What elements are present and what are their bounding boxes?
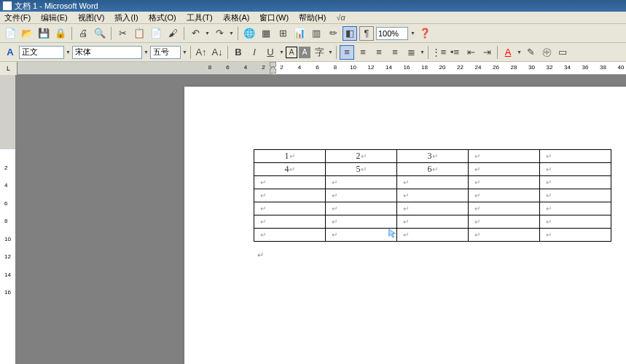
- font-dropdown[interactable]: ▼: [144, 45, 149, 60]
- table-cell[interactable]: ↵: [254, 176, 326, 189]
- table-cell[interactable]: ↵: [469, 189, 540, 202]
- table-cell[interactable]: 1↵: [254, 150, 326, 163]
- columns-button[interactable]: ▥: [309, 26, 324, 41]
- table-cell[interactable]: ↵: [326, 202, 397, 215]
- table-cell[interactable]: 4↵: [254, 163, 326, 176]
- table-cell[interactable]: 2↵: [326, 150, 397, 163]
- table-cell[interactable]: 6↵: [397, 163, 469, 176]
- paste-button[interactable]: 📄: [149, 26, 163, 41]
- print-button[interactable]: 🖨: [76, 26, 90, 41]
- table-cell[interactable]: ↵: [540, 176, 611, 189]
- table-cell[interactable]: ↵: [540, 215, 611, 229]
- indent-marker[interactable]: [270, 62, 276, 74]
- save-button[interactable]: 💾: [36, 26, 51, 41]
- char-border-button[interactable]: A: [286, 47, 297, 58]
- horizontal-ruler[interactable]: 8642246810121416182022242628303234363840: [17, 62, 626, 74]
- table-row[interactable]: ↵↵↵↵↵: [254, 202, 611, 215]
- document-page[interactable]: 1↵2↵3↵↵↵4↵5↵6↵↵↵↵↵↵↵↵↵↵↵↵↵↵↵↵↵↵↵↵↵↵↵↵↵↵↵…: [184, 87, 626, 364]
- table-row[interactable]: 4↵5↵6↵↵↵: [254, 163, 611, 176]
- document-map-button[interactable]: ◧: [343, 26, 357, 41]
- open-button[interactable]: 📂: [20, 26, 34, 41]
- justify-button[interactable]: ≡: [388, 45, 402, 60]
- phonetic-dropdown[interactable]: ▼: [328, 45, 333, 60]
- table-cell[interactable]: ↵: [397, 189, 469, 202]
- table-cell[interactable]: ↵: [254, 189, 326, 202]
- drawing-button[interactable]: ✏: [326, 26, 340, 41]
- increase-indent-button[interactable]: ⇥: [480, 45, 494, 60]
- cut-button[interactable]: ✂: [115, 26, 130, 41]
- align-right-button[interactable]: ≡: [372, 45, 386, 60]
- bullets-button[interactable]: •≡: [447, 45, 462, 60]
- document-table[interactable]: 1↵2↵3↵↵↵4↵5↵6↵↵↵↵↵↵↵↵↵↵↵↵↵↵↵↵↵↵↵↵↵↵↵↵↵↵↵…: [254, 149, 611, 242]
- size-dropdown[interactable]: ▼: [182, 45, 187, 60]
- tables-borders-button[interactable]: ▦: [259, 26, 273, 41]
- grow-font-button[interactable]: A↑: [194, 45, 208, 60]
- permission-button[interactable]: 🔒: [53, 26, 68, 41]
- table-cell[interactable]: ↵: [326, 189, 397, 202]
- menu-view[interactable]: 视图(V): [78, 12, 105, 23]
- size-combo[interactable]: 五号: [150, 46, 181, 59]
- styles-pane-button[interactable]: A: [3, 45, 17, 60]
- zoom-combo[interactable]: 100%: [376, 27, 408, 40]
- align-center-button[interactable]: ≡: [356, 45, 370, 60]
- underline-dropdown[interactable]: ▼: [279, 45, 284, 60]
- table-cell[interactable]: ↵: [469, 176, 540, 189]
- table-cell[interactable]: ↵: [469, 215, 540, 229]
- table-cell[interactable]: ↵: [254, 202, 326, 215]
- zoom-dropdown[interactable]: ▼: [410, 26, 415, 41]
- table-cell[interactable]: ↵: [469, 150, 540, 163]
- menu-window[interactable]: 窗口(W): [259, 12, 289, 23]
- undo-dropdown[interactable]: ▼: [205, 26, 210, 41]
- copy-button[interactable]: 📋: [132, 26, 146, 41]
- table-cell[interactable]: ↵: [397, 202, 469, 215]
- bold-button[interactable]: B: [231, 45, 246, 60]
- numbering-button[interactable]: ⋮≡: [431, 45, 446, 60]
- table-cell[interactable]: ↵: [469, 163, 540, 176]
- insert-table-button[interactable]: ⊞: [275, 26, 290, 41]
- menu-edit[interactable]: 编辑(E): [41, 12, 68, 23]
- table-cell[interactable]: ↵: [326, 215, 397, 229]
- redo-button[interactable]: ↷: [212, 26, 227, 41]
- menu-format[interactable]: 格式(O): [149, 12, 176, 23]
- italic-button[interactable]: I: [247, 45, 262, 60]
- underline-button[interactable]: U: [263, 45, 278, 60]
- print-preview-button[interactable]: 🔍: [93, 26, 107, 41]
- table-cell[interactable]: ↵: [540, 150, 611, 163]
- table-cell[interactable]: ↵: [540, 202, 611, 215]
- table-row[interactable]: ↵↵↵↵↵: [254, 229, 611, 242]
- shrink-font-button[interactable]: A↓: [210, 45, 224, 60]
- phonetic-button[interactable]: 字: [312, 45, 326, 60]
- table-cell[interactable]: ↵: [397, 215, 469, 229]
- asian-layout-button[interactable]: ㊥: [539, 45, 554, 60]
- distribute-button[interactable]: ≣: [404, 45, 418, 60]
- menu-tools[interactable]: 工具(T): [187, 12, 213, 23]
- tab-selector[interactable]: L: [0, 62, 17, 75]
- table-row[interactable]: ↵↵↵↵↵: [254, 176, 611, 189]
- table-cell[interactable]: ↵: [540, 163, 611, 176]
- char-shading-button[interactable]: A: [299, 47, 310, 58]
- style-combo[interactable]: 正文: [19, 46, 64, 59]
- table-cell[interactable]: ↵: [540, 189, 611, 202]
- help-button[interactable]: ❓: [418, 26, 432, 41]
- table-cell[interactable]: ↵: [397, 176, 469, 189]
- table-cell[interactable]: ↵: [326, 176, 397, 189]
- table-cell[interactable]: ↵: [469, 229, 540, 242]
- insert-excel-button[interactable]: 📊: [292, 26, 307, 41]
- highlight-button[interactable]: ✎: [523, 45, 538, 60]
- table-cell[interactable]: ↵: [397, 229, 469, 242]
- table-row[interactable]: ↵↵↵↵↵: [254, 215, 611, 229]
- table-cell[interactable]: ↵: [540, 229, 611, 242]
- menu-file[interactable]: 文件(F): [4, 12, 31, 23]
- table-row[interactable]: 1↵2↵3↵↵↵: [254, 150, 611, 163]
- menu-insert[interactable]: 插入(I): [114, 12, 138, 23]
- table-cell[interactable]: ↵: [469, 202, 540, 215]
- font-color-dropdown[interactable]: ▼: [517, 45, 522, 60]
- table-cell[interactable]: ↵: [326, 229, 397, 242]
- new-doc-button[interactable]: 📄: [3, 26, 17, 41]
- undo-button[interactable]: ↶: [188, 26, 203, 41]
- table-cell[interactable]: ↵: [254, 215, 326, 229]
- font-combo[interactable]: 宋体: [72, 46, 142, 59]
- table-cell[interactable]: 5↵: [326, 163, 397, 176]
- menu-help[interactable]: 帮助(H): [299, 12, 326, 23]
- reading-layout-button[interactable]: ▭: [555, 45, 570, 60]
